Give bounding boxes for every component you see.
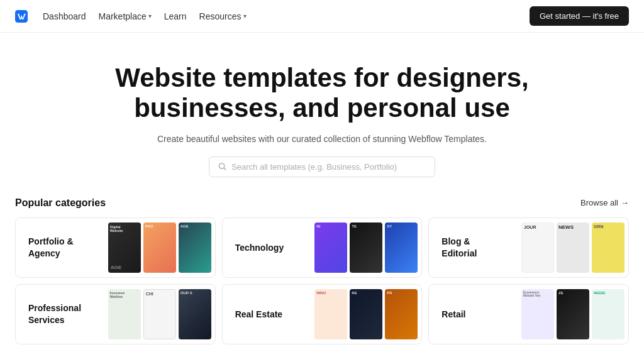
get-started-button[interactable]: Get started — it's free [530,6,629,26]
categories-grid: Portfolio &Agency DigitalWebsite PRO AGE… [15,217,629,344]
template-preview: neebi [592,289,625,339]
hero-subtext: Create beautiful websites with our curat… [13,134,631,144]
cat-images-real-estate: inno RE PR [309,285,421,344]
cat-label-portfolio: Portfolio &Agency [28,236,91,258]
resources-chevron: ▾ [243,13,247,19]
browse-all-arrow: → [621,198,629,207]
hero-section: Website templates for designers, busines… [0,33,644,197]
template-preview: PRO [143,222,176,273]
hero-heading: Website templates for designers, busines… [102,63,542,124]
category-card-retail[interactable]: Retail EcommerceWebsite Tem ZE neebi [428,284,629,344]
cat-label-blog: Blog &Editorial [441,236,504,258]
categories-header: Popular categories Browse all → [15,197,629,209]
template-preview: NEWS [557,222,589,273]
cat-images-portfolio: DigitalWebsite PRO AGE [103,218,215,277]
template-preview: inno [314,289,347,339]
search-icon [218,162,226,171]
template-preview: InsuranceWebflow [108,289,141,339]
template-preview: GRN [592,222,625,273]
cat-images-retail: EcommerceWebsite Tem ZE neebi [516,285,628,344]
template-preview: NI [314,222,347,273]
cat-images-blog: JOUR NEWS GRN [516,218,628,277]
template-preview: JOUR [521,222,554,273]
template-preview: Chi [143,289,176,339]
search-bar[interactable] [209,157,435,177]
cat-label-retail: Retail [441,309,504,320]
cat-label-real-estate: Real Estate [235,309,298,320]
marketplace-chevron: ▾ [148,13,152,19]
template-preview: ZE [557,289,589,339]
navigation: Dashboard Marketplace ▾ Learn Resources … [0,0,644,33]
category-card-technology[interactable]: Technology NI TE SY [222,217,423,278]
template-preview: RE [350,289,382,339]
popular-categories-section: Popular categories Browse all → Portfoli… [0,197,644,344]
nav-link-marketplace[interactable]: Marketplace ▾ [99,11,152,21]
category-card-professional-services[interactable]: ProfessionalServices InsuranceWebflow Ch… [15,284,216,344]
categories-browse-all[interactable]: Browse all → [580,198,629,207]
nav-link-resources[interactable]: Resources ▾ [199,11,247,21]
template-preview: OUR S [179,289,211,339]
category-card-portfolio-agency[interactable]: Portfolio &Agency DigitalWebsite PRO AGE [15,217,216,278]
template-preview: PR [385,289,418,339]
logo-icon [15,10,28,23]
webflow-logo[interactable] [15,10,28,23]
featured-section: Featured Monthly selection of curated te… [0,344,644,357]
nav-left: Dashboard Marketplace ▾ Learn Resources … [15,10,247,23]
nav-links: Dashboard Marketplace ▾ Learn Resources … [43,11,247,21]
nav-link-learn[interactable]: Learn [164,11,187,21]
category-card-real-estate[interactable]: Real Estate inno RE PR [222,284,423,344]
template-preview: TE [350,222,382,273]
cat-images-technology: NI TE SY [309,218,421,277]
category-card-blog-editorial[interactable]: Blog &Editorial JOUR NEWS GRN [428,217,629,278]
template-preview: EcommerceWebsite Tem [521,289,554,339]
template-preview: SY [385,222,418,273]
cat-images-professional-services: InsuranceWebflow Chi OUR S [103,285,215,344]
categories-title: Popular categories [15,197,106,209]
template-preview: AGE [179,222,211,273]
search-input[interactable] [231,162,426,172]
cat-label-technology: Technology [235,242,298,253]
template-preview: DigitalWebsite [108,222,141,273]
cat-label-professional-services: ProfessionalServices [28,302,91,325]
nav-link-dashboard[interactable]: Dashboard [43,11,86,21]
